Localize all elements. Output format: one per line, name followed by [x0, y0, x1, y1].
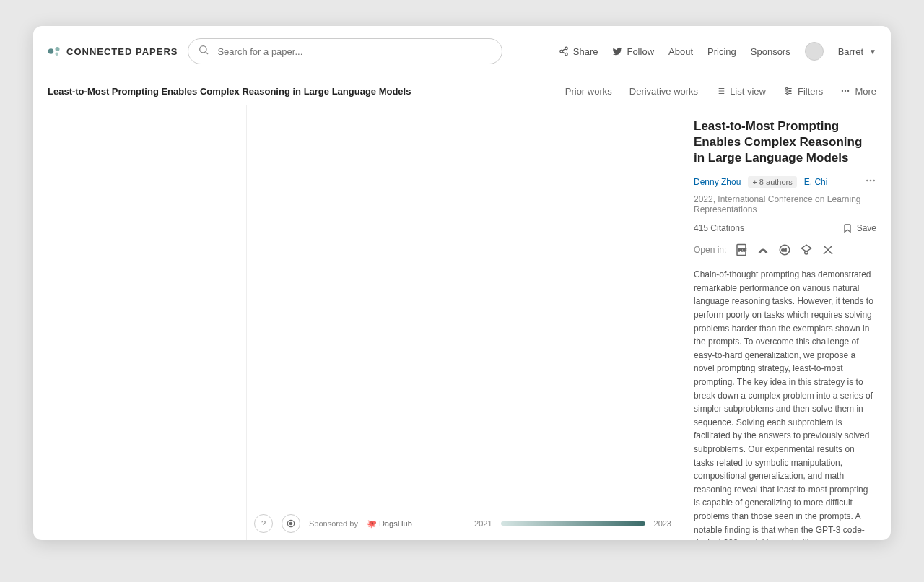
chevron-down-icon: ▼	[869, 48, 876, 56]
svg-point-5	[565, 47, 568, 50]
year-start: 2021	[474, 519, 492, 528]
open-in-row: Open in: PDF doi	[694, 243, 876, 256]
year-end: 2023	[654, 519, 671, 528]
help-button[interactable]: ?	[254, 514, 273, 533]
svg-point-27	[866, 180, 868, 182]
svg-point-21	[787, 92, 788, 94]
detail-panel: Least-to-Most Prompting Enables Complex …	[679, 105, 891, 540]
year-slider[interactable]	[501, 521, 645, 526]
svg-line-9	[562, 52, 565, 53]
search-icon	[198, 44, 209, 58]
svg-text:doi: doi	[782, 248, 787, 253]
svg-point-23	[845, 90, 846, 92]
app-frame: CONNECTED PAPERS Share Follow About Pric…	[33, 26, 891, 540]
more-icon	[840, 86, 850, 96]
content: ? Sponsored by 🐙 DagsHub 2021 2023 Least…	[33, 105, 891, 540]
svg-point-0	[48, 48, 54, 54]
derivative-works-link[interactable]: Derivative works	[629, 86, 698, 97]
svg-line-8	[562, 49, 565, 51]
more-label: More	[855, 86, 876, 97]
pricing-link[interactable]: Pricing	[707, 46, 736, 57]
share-icon	[559, 46, 569, 56]
save-label: Save	[857, 223, 876, 233]
svg-point-24	[847, 90, 849, 92]
graph-footer: ? Sponsored by 🐙 DagsHub 2021 2023	[254, 514, 671, 533]
filters-label: Filters	[798, 86, 823, 97]
list-view-button[interactable]: List view	[715, 86, 766, 97]
topbar: CONNECTED PAPERS Share Follow About Pric…	[33, 26, 891, 77]
semantic-scholar-icon[interactable]	[757, 243, 770, 256]
page-title: Least-to-Most Prompting Enables Complex …	[48, 86, 548, 97]
last-author[interactable]: E. Chi	[804, 177, 828, 187]
list-view-label: List view	[730, 86, 766, 97]
follow-label: Follow	[627, 46, 654, 57]
brand-text: CONNECTED PAPERS	[66, 46, 178, 57]
svg-point-22	[842, 90, 843, 92]
locate-button[interactable]	[282, 514, 300, 533]
citations: 415 Citations	[694, 223, 744, 233]
topnav: Share Follow About Pricing Sponsors Barr…	[559, 42, 876, 61]
svg-point-2	[56, 53, 59, 56]
svg-point-3	[200, 46, 206, 53]
search-box	[188, 38, 502, 64]
svg-line-4	[206, 52, 209, 54]
pdf-icon[interactable]: PDF	[735, 243, 748, 256]
list-icon	[715, 86, 725, 96]
detail-cite-row: 415 Citations Save	[694, 223, 876, 233]
svg-point-20	[789, 90, 790, 92]
avatar[interactable]	[805, 42, 824, 61]
twitter-icon	[612, 46, 622, 56]
svg-point-19	[785, 87, 787, 89]
more-button[interactable]: More	[840, 86, 876, 97]
share-label: Share	[573, 46, 598, 57]
sponsor-name[interactable]: 🐙 DagsHub	[367, 519, 412, 529]
author-name[interactable]: Denny Zhou	[694, 177, 741, 187]
detail-venue: 2022, International Conference on Learni…	[694, 194, 876, 214]
svg-point-29	[873, 180, 875, 182]
logo-icon	[48, 45, 61, 58]
target-icon	[286, 518, 296, 529]
svg-point-28	[870, 180, 872, 182]
follow-button[interactable]: Follow	[612, 46, 654, 57]
subbar: Least-to-Most Prompting Enables Complex …	[33, 77, 891, 105]
svg-point-1	[56, 47, 60, 51]
sponsors-link[interactable]: Sponsors	[751, 46, 790, 57]
graph-area[interactable]: ? Sponsored by 🐙 DagsHub 2021 2023	[247, 105, 679, 540]
detail-authors: Denny Zhou + 8 authors E. Chi	[694, 175, 876, 188]
sidebar[interactable]	[33, 105, 247, 540]
filters-icon	[783, 86, 793, 96]
doi-icon[interactable]: doi	[778, 243, 791, 256]
svg-point-6	[560, 50, 563, 53]
share-button[interactable]: Share	[559, 46, 598, 57]
more-authors[interactable]: + 8 authors	[748, 176, 796, 188]
sponsored-label: Sponsored by	[309, 519, 358, 528]
search-input[interactable]	[188, 38, 502, 64]
svg-point-34	[805, 251, 808, 255]
svg-point-26	[289, 522, 292, 525]
bookmark-icon	[842, 223, 853, 233]
save-button[interactable]: Save	[842, 223, 876, 233]
abstract: Chain-of-thought prompting has demonstra…	[694, 268, 876, 540]
graph-svg	[247, 105, 679, 540]
detail-menu-button[interactable]	[865, 175, 876, 188]
open-in-label: Open in:	[694, 245, 726, 255]
logo[interactable]: CONNECTED PAPERS	[48, 45, 178, 58]
about-link[interactable]: About	[668, 46, 693, 57]
svg-point-7	[565, 53, 568, 56]
prior-works-link[interactable]: Prior works	[565, 86, 612, 97]
user-menu[interactable]: Barret ▼	[838, 46, 876, 57]
detail-title: Least-to-Most Prompting Enables Complex …	[694, 118, 876, 166]
svg-text:PDF: PDF	[739, 248, 747, 253]
filters-button[interactable]: Filters	[783, 86, 823, 97]
user-name: Barret	[838, 46, 863, 57]
google-scholar-icon[interactable]	[800, 243, 813, 256]
x-icon[interactable]	[821, 243, 834, 256]
